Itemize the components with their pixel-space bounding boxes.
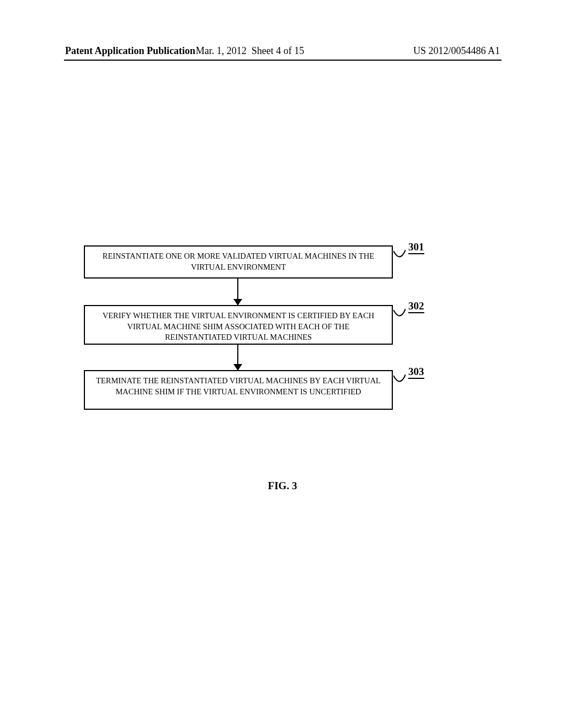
flow-step-301: REINSTANTIATE ONE OR MORE VALIDATED VIRT… (84, 245, 393, 279)
ref-number: 303 (408, 366, 424, 379)
flow-step-302: VERIFY WHETHER THE VIRTUAL ENVIRONMENT I… (84, 305, 393, 345)
flow-step-text: REINSTANTIATE ONE OR MORE VALIDATED VIRT… (103, 251, 375, 271)
callout-curve-icon (393, 373, 406, 387)
header-rule (64, 60, 502, 61)
flow-step-text: VERIFY WHETHER THE VIRTUAL ENVIRONMENT I… (103, 311, 375, 341)
ref-label-303: 303 (408, 366, 424, 378)
page-header: Patent Application Publication Mar. 1, 2… (0, 45, 565, 60)
flow-step-text: TERMINATE THE REINSTANTIATED VIRTUAL MAC… (96, 376, 381, 396)
header-publication-type: Patent Application Publication (65, 45, 195, 57)
figure-caption: FIG. 3 (0, 480, 565, 492)
ref-number: 302 (408, 300, 424, 313)
callout-curve-icon (393, 308, 406, 321)
header-date-sheet: Mar. 1, 2012 Sheet 4 of 15 (196, 45, 304, 57)
flow-arrow (237, 345, 238, 366)
ref-label-302: 302 (408, 300, 424, 312)
flow-step-303: TERMINATE THE REINSTANTIATED VIRTUAL MAC… (84, 370, 393, 410)
ref-label-301: 301 (408, 241, 424, 253)
header-sheet: Sheet 4 of 15 (252, 45, 304, 56)
header-publication-number: US 2012/0054486 A1 (413, 45, 500, 57)
callout-curve-icon (393, 249, 406, 262)
ref-number: 301 (408, 241, 424, 254)
flow-arrow (237, 279, 238, 301)
header-date: Mar. 1, 2012 (196, 45, 247, 56)
